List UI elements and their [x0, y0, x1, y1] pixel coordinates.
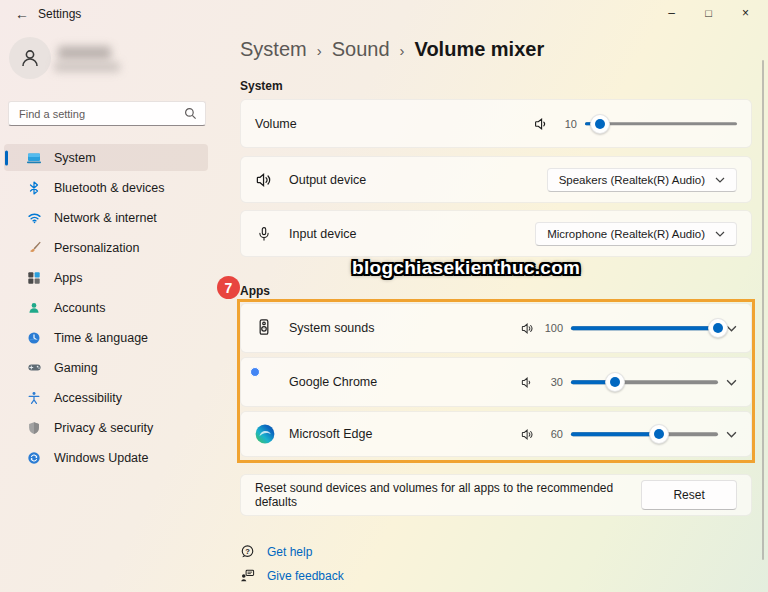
volume-row: Volume 10: [240, 99, 752, 148]
update-arrows-icon: [26, 450, 42, 466]
speaker-icon: [533, 116, 549, 132]
system-section-label: System: [240, 79, 283, 93]
app-volume-value: 30: [543, 376, 563, 388]
breadcrumb-system[interactable]: System: [240, 38, 307, 61]
sidebar-item-windows-update[interactable]: Windows Update: [4, 444, 208, 471]
accounts-icon: [26, 300, 42, 316]
selected-indicator: [5, 150, 8, 165]
search-icon: [184, 107, 197, 120]
user-profile[interactable]: [9, 37, 199, 81]
breadcrumb: System › Sound › Volume mixer: [240, 38, 544, 61]
annotation-badge: 7: [217, 276, 240, 299]
sidebar-nav: System Bluetooth & devices Network & int…: [4, 144, 208, 474]
google-chrome-icon: [255, 372, 275, 392]
sidebar-item-label: Windows Update: [54, 451, 149, 465]
system-icon: [26, 150, 42, 166]
output-device-dropdown[interactable]: Speakers (Realtek(R) Audio): [547, 168, 737, 192]
game-controller-icon: [26, 360, 42, 376]
app-title: Settings: [38, 7, 81, 21]
accessibility-icon: [26, 390, 42, 406]
sidebar-item-accounts[interactable]: Accounts: [4, 294, 208, 321]
maximize-button[interactable]: □: [690, 0, 727, 26]
volume-slider[interactable]: [585, 115, 737, 133]
sidebar-item-label: Network & internet: [54, 211, 157, 225]
breadcrumb-sound[interactable]: Sound: [332, 38, 390, 61]
search-input[interactable]: [17, 107, 184, 121]
output-device-value: Speakers (Realtek(R) Audio): [559, 174, 705, 186]
avatar: [9, 37, 51, 79]
scrollbar[interactable]: [762, 60, 764, 560]
sidebar-item-label: Personalization: [54, 241, 139, 255]
apps-grid-icon: [26, 270, 42, 286]
sidebar-item-accessibility[interactable]: Accessibility: [4, 384, 208, 411]
give-feedback-link[interactable]: Give feedback: [240, 568, 344, 583]
app-volume-value: 60: [543, 428, 563, 440]
system-sounds-icon: [255, 318, 275, 338]
slider-thumb[interactable]: [649, 424, 669, 444]
chevron-down-icon: [715, 231, 725, 237]
sidebar-item-label: Bluetooth & devices: [54, 181, 165, 195]
sidebar-item-time-language[interactable]: Time & language: [4, 324, 208, 351]
speaker-loud-icon: [520, 427, 535, 442]
give-feedback-label: Give feedback: [267, 569, 344, 583]
reset-description: Reset sound devices and volumes for all …: [255, 481, 641, 509]
close-button[interactable]: ×: [727, 0, 764, 26]
input-device-label: Input device: [289, 227, 356, 241]
clock-globe-icon: [26, 330, 42, 346]
sidebar-item-label: Time & language: [54, 331, 148, 345]
sidebar-item-label: Accounts: [54, 301, 105, 315]
chevron-down-icon: [715, 177, 725, 183]
sidebar-item-bluetooth[interactable]: Bluetooth & devices: [4, 174, 208, 201]
output-device-row: Output device Speakers (Realtek(R) Audio…: [240, 156, 752, 203]
sidebar-item-privacy[interactable]: Privacy & security: [4, 414, 208, 441]
get-help-link[interactable]: ? Get help: [240, 544, 312, 559]
expand-button[interactable]: [726, 431, 737, 438]
window-controls: – □ ×: [653, 0, 764, 26]
titlebar: ← Settings – □ ×: [0, 0, 768, 28]
minimize-icon: –: [668, 6, 675, 20]
expand-button[interactable]: [726, 379, 737, 386]
settings-window: ← Settings – □ × System Bluetooth & devi…: [0, 0, 768, 592]
app-name: Google Chrome: [289, 375, 377, 389]
input-device-dropdown[interactable]: Microphone (Realtek(R) Audio): [535, 222, 737, 246]
minimize-button[interactable]: –: [653, 0, 690, 26]
microsoft-edge-slider[interactable]: [571, 425, 718, 443]
output-device-label: Output device: [289, 173, 366, 187]
speaker-loud-icon: [255, 171, 273, 189]
reset-button[interactable]: Reset: [641, 480, 737, 510]
speaker-icon: [520, 375, 535, 390]
app-row-google-chrome: Google Chrome 30: [240, 357, 752, 407]
sidebar-item-apps[interactable]: Apps: [4, 264, 208, 291]
slider-thumb[interactable]: [605, 372, 625, 392]
sidebar-item-network[interactable]: Network & internet: [4, 204, 208, 231]
microphone-icon: [255, 225, 273, 243]
close-icon: ×: [742, 6, 749, 20]
app-row-system-sounds: System sounds 100: [240, 303, 752, 353]
slider-fill: [571, 326, 718, 330]
volume-value: 10: [557, 118, 577, 130]
user-email-blurred: [54, 62, 120, 72]
slider-fill: [571, 432, 659, 436]
breadcrumb-separator: ›: [400, 42, 405, 59]
slider-thumb[interactable]: [708, 318, 728, 338]
search-box: [8, 101, 206, 126]
system-sounds-slider[interactable]: [571, 319, 718, 337]
breadcrumb-separator: ›: [317, 42, 322, 59]
sidebar-item-label: Privacy & security: [54, 421, 153, 435]
sidebar-item-label: Gaming: [54, 361, 98, 375]
bluetooth-icon: [26, 180, 42, 196]
slider-thumb[interactable]: [590, 114, 610, 134]
get-help-label: Get help: [267, 545, 312, 559]
sidebar-item-system[interactable]: System: [4, 144, 208, 171]
speaker-loud-icon: [520, 321, 535, 336]
app-name: Microsoft Edge: [289, 427, 372, 441]
svg-text:?: ?: [245, 547, 250, 556]
input-device-value: Microphone (Realtek(R) Audio): [547, 228, 705, 240]
sidebar-item-gaming[interactable]: Gaming: [4, 354, 208, 381]
wifi-icon: [26, 210, 42, 226]
google-chrome-slider[interactable]: [571, 373, 718, 391]
sidebar-item-personalization[interactable]: Personalization: [4, 234, 208, 261]
input-device-row: Input device Microphone (Realtek(R) Audi…: [240, 210, 752, 257]
chevron-down-icon: [726, 379, 737, 386]
back-button[interactable]: ←: [10, 2, 34, 26]
